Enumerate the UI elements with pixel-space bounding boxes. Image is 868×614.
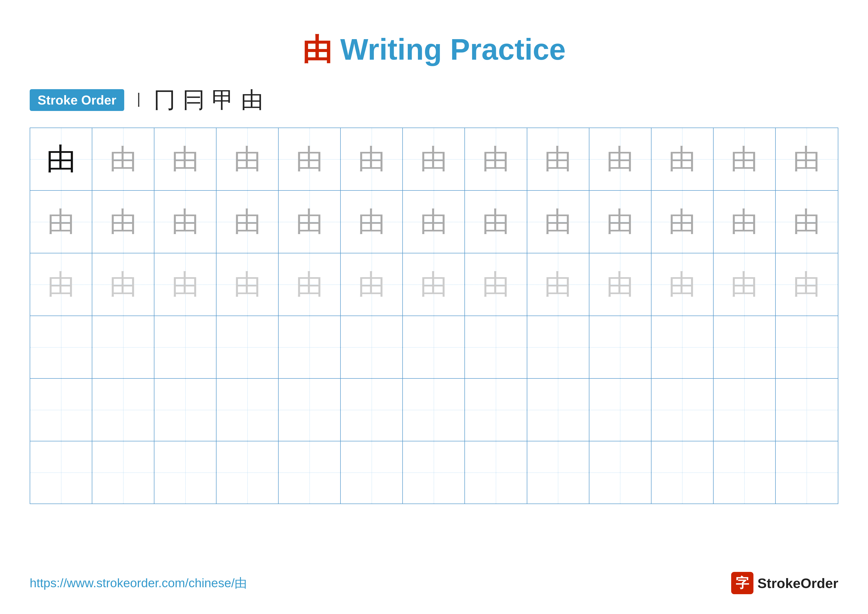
grid-cell[interactable]: 由 bbox=[341, 128, 403, 190]
stroke-order-badge: Stroke Order bbox=[30, 89, 124, 111]
title-character: 由 bbox=[302, 33, 332, 66]
grid-cell[interactable]: 由 bbox=[217, 253, 279, 316]
grid-cell[interactable] bbox=[154, 379, 217, 441]
footer-logo: 字 StrokeOrder bbox=[731, 572, 838, 594]
stroke-steps: 丨 冂 冃 甲 由 bbox=[132, 85, 263, 115]
grid-cell[interactable]: 由 bbox=[217, 128, 279, 190]
grid-cell[interactable] bbox=[403, 379, 465, 441]
grid-cell[interactable] bbox=[527, 441, 589, 504]
grid-cell[interactable] bbox=[714, 379, 776, 441]
grid-cell[interactable] bbox=[279, 379, 341, 441]
grid-cell[interactable]: 由 bbox=[651, 191, 714, 253]
grid-cell[interactable]: 由 bbox=[341, 191, 403, 253]
grid-cell[interactable]: 由 bbox=[714, 253, 776, 316]
grid-cell[interactable] bbox=[589, 379, 651, 441]
grid-cell[interactable]: 由 bbox=[465, 253, 527, 316]
stroke-step-4: 甲 bbox=[212, 85, 234, 115]
grid-cell[interactable]: 由 bbox=[30, 253, 92, 316]
grid-cell[interactable] bbox=[465, 316, 527, 378]
grid-cell[interactable]: 由 bbox=[589, 253, 651, 316]
grid-cell[interactable] bbox=[465, 379, 527, 441]
grid-cell[interactable] bbox=[279, 316, 341, 378]
grid-cell[interactable] bbox=[714, 316, 776, 378]
grid-cell[interactable]: 由 bbox=[465, 128, 527, 190]
grid-cell[interactable] bbox=[341, 441, 403, 504]
grid-cell[interactable]: 由 bbox=[217, 191, 279, 253]
grid-cell[interactable]: 由 bbox=[341, 253, 403, 316]
grid-cell[interactable] bbox=[30, 316, 92, 378]
grid-cell[interactable] bbox=[217, 441, 279, 504]
grid-cell[interactable] bbox=[92, 441, 154, 504]
grid-cell[interactable]: 由 bbox=[776, 128, 838, 190]
grid-cell[interactable]: 由 bbox=[154, 128, 217, 190]
grid-cell[interactable]: 由 bbox=[776, 191, 838, 253]
grid-cell[interactable]: 由 bbox=[279, 253, 341, 316]
grid-cell[interactable]: 由 bbox=[527, 128, 589, 190]
grid-cell[interactable] bbox=[776, 379, 838, 441]
grid-cell[interactable] bbox=[92, 379, 154, 441]
grid-row bbox=[30, 316, 838, 379]
grid-cell[interactable]: 由 bbox=[776, 253, 838, 316]
grid-cell[interactable]: 由 bbox=[154, 191, 217, 253]
footer-url[interactable]: https://www.strokeorder.com/chinese/由 bbox=[30, 575, 247, 591]
grid-row bbox=[30, 441, 838, 504]
practice-grid: 由由由由由由由由由由由由由由由由由由由由由由由由由由由由由由由由由由由由由由由 bbox=[30, 127, 838, 504]
grid-cell[interactable] bbox=[776, 441, 838, 504]
grid-cell[interactable] bbox=[714, 441, 776, 504]
grid-cell[interactable] bbox=[92, 316, 154, 378]
grid-cell[interactable]: 由 bbox=[651, 128, 714, 190]
grid-row: 由由由由由由由由由由由由由 bbox=[30, 128, 838, 191]
grid-cell[interactable]: 由 bbox=[527, 191, 589, 253]
grid-cell[interactable]: 由 bbox=[279, 128, 341, 190]
grid-cell[interactable] bbox=[341, 316, 403, 378]
grid-cell[interactable] bbox=[465, 441, 527, 504]
page-title: 由 Writing Practice bbox=[30, 30, 838, 70]
grid-cell[interactable]: 由 bbox=[465, 191, 527, 253]
grid-cell[interactable] bbox=[403, 441, 465, 504]
grid-cell[interactable] bbox=[651, 316, 714, 378]
grid-cell[interactable] bbox=[651, 441, 714, 504]
grid-cell[interactable] bbox=[651, 379, 714, 441]
stroke-step-1: 丨 bbox=[132, 90, 146, 110]
grid-cell[interactable] bbox=[589, 441, 651, 504]
grid-cell[interactable]: 由 bbox=[30, 191, 92, 253]
grid-cell[interactable]: 由 bbox=[92, 191, 154, 253]
grid-cell[interactable] bbox=[30, 441, 92, 504]
title-area: 由 Writing Practice bbox=[30, 30, 838, 70]
page: 由 Writing Practice Stroke Order 丨 冂 冃 甲 … bbox=[0, 0, 868, 614]
title-text: Writing Practice bbox=[340, 33, 566, 66]
grid-cell[interactable]: 由 bbox=[589, 191, 651, 253]
grid-cell[interactable] bbox=[776, 316, 838, 378]
grid-cell[interactable]: 由 bbox=[589, 128, 651, 190]
grid-cell[interactable]: 由 bbox=[403, 128, 465, 190]
grid-cell[interactable] bbox=[217, 316, 279, 378]
grid-cell[interactable] bbox=[589, 316, 651, 378]
grid-cell[interactable] bbox=[30, 379, 92, 441]
grid-cell[interactable] bbox=[527, 316, 589, 378]
grid-cell[interactable]: 由 bbox=[527, 253, 589, 316]
grid-cell[interactable]: 由 bbox=[403, 191, 465, 253]
grid-cell[interactable]: 由 bbox=[651, 253, 714, 316]
grid-cell[interactable]: 由 bbox=[30, 128, 92, 190]
grid-cell[interactable] bbox=[403, 316, 465, 378]
stroke-step-3: 冃 bbox=[183, 85, 205, 115]
grid-cell[interactable] bbox=[279, 441, 341, 504]
grid-cell[interactable] bbox=[154, 441, 217, 504]
grid-cell[interactable]: 由 bbox=[714, 191, 776, 253]
grid-cell[interactable]: 由 bbox=[714, 128, 776, 190]
logo-icon: 字 bbox=[731, 572, 753, 594]
grid-cell[interactable]: 由 bbox=[403, 253, 465, 316]
grid-cell[interactable] bbox=[527, 379, 589, 441]
grid-cell[interactable]: 由 bbox=[279, 191, 341, 253]
logo-text: StrokeOrder bbox=[757, 575, 838, 591]
grid-cell[interactable]: 由 bbox=[92, 128, 154, 190]
grid-cell[interactable] bbox=[341, 379, 403, 441]
grid-cell[interactable] bbox=[217, 379, 279, 441]
grid-cell[interactable]: 由 bbox=[154, 253, 217, 316]
stroke-step-5: 由 bbox=[241, 85, 263, 115]
footer: https://www.strokeorder.com/chinese/由 字 … bbox=[30, 572, 838, 594]
grid-cell[interactable]: 由 bbox=[92, 253, 154, 316]
stroke-order-row: Stroke Order 丨 冂 冃 甲 由 bbox=[30, 85, 838, 115]
grid-row bbox=[30, 379, 838, 441]
grid-cell[interactable] bbox=[154, 316, 217, 378]
